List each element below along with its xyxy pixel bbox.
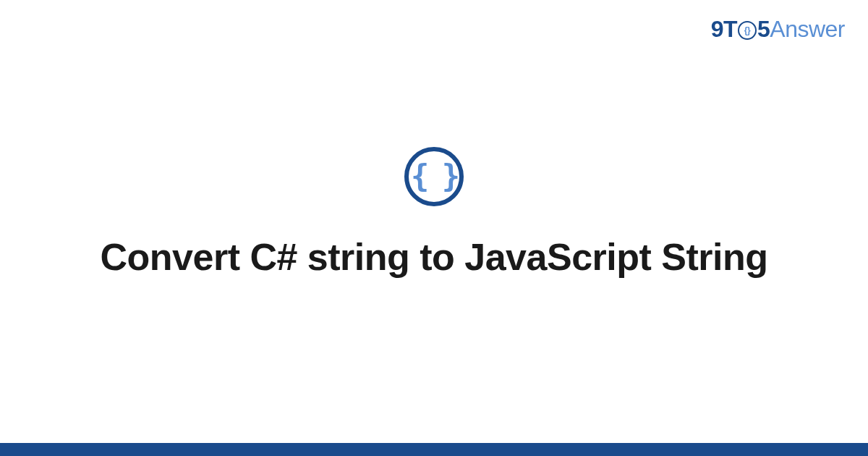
main-content: { } Convert C# string to JavaScript Stri… [0, 0, 868, 456]
page-title: Convert C# string to JavaScript String [101, 234, 768, 281]
footer-bar [0, 443, 868, 456]
braces-glyph: { } [411, 161, 457, 192]
braces-icon: { } [404, 147, 464, 206]
